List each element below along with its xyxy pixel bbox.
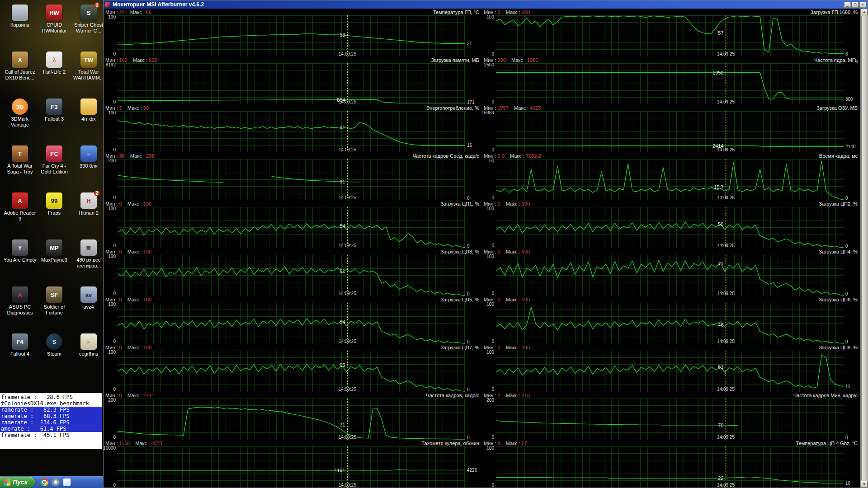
scroll-down-icon[interactable]: ▼	[861, 481, 868, 488]
max-value: 100	[522, 345, 530, 350]
desktop-icon-fallout-3[interactable]: F3Fallout 3	[37, 96, 71, 143]
desktop-icon-total-war-warhammer[interactable]: TWTotal War WARHAMM...	[71, 49, 106, 96]
scrollbar[interactable]: ▲ ▼	[860, 9, 868, 488]
console-line[interactable]: ramerate : 82.3 FPS	[0, 407, 102, 413]
desktop-icon-half-life-2[interactable]: λHalf-Life 2	[37, 49, 71, 96]
icon-label: Корзина	[10, 22, 29, 28]
gear-icon[interactable]	[52, 478, 60, 486]
graph-header: Мин : 0.0Макс : 7682.2Время кадра, мс	[482, 152, 860, 159]
min-value: 0	[119, 297, 122, 302]
you-are-empty-icon: Y	[12, 239, 28, 256]
y-axis: 81920	[104, 63, 117, 104]
graph-canvas	[495, 159, 844, 200]
graph-plot[interactable]	[495, 255, 844, 296]
desktop-icon-asus-pc-diagnostics[interactable]: AASUS PC Diagnostics	[3, 284, 37, 331]
graph-plot[interactable]	[495, 159, 844, 200]
graph-panel-2: Мин : 7Макс : 99Энергопотребление, %1000…	[104, 104, 482, 152]
current-value: 0	[467, 291, 470, 296]
desktop-icon-sniper-ghost-warrior-contracts[interactable]: S2Sniper Ghost Warrior C...	[71, 2, 106, 49]
min-label: Мин :	[484, 297, 498, 302]
axis-min-label: 0	[491, 147, 494, 152]
console-line[interactable]: ramerate : 68.3 FPS	[0, 413, 102, 419]
icon-label: A Total War Saga - Troy	[3, 163, 37, 174]
minmax-readout: Мин : 0Макс : 100	[484, 249, 530, 254]
benchmark-console-window[interactable]: framerate : 28.6 FPStColoniesDX10.exe be…	[0, 392, 103, 450]
desktop-icon-recycle-bin[interactable]: Корзина	[3, 2, 37, 49]
minimize-button[interactable]: _	[844, 2, 851, 8]
scroll-up-icon[interactable]: ▲	[861, 9, 868, 15]
graph-header: Мин : 24Макс : 66Температура ГП, °C	[104, 9, 482, 15]
close-button[interactable]: ×	[859, 2, 866, 8]
desktop-icon-cegrfhns[interactable]: ≡cegrfhns	[71, 331, 106, 378]
graph-plot[interactable]	[117, 207, 466, 248]
desktop-icon-fallout-4[interactable]: F4Fallout 4	[3, 331, 37, 378]
console-line[interactable]: tColoniesDX10.exe benchmark	[0, 400, 102, 407]
graph-plot[interactable]	[495, 111, 844, 152]
graph-canvas	[495, 351, 844, 392]
graph-plot[interactable]	[117, 399, 466, 440]
desktop-icon-call-of-juarez-dx10-bench[interactable]: XCall of Juarez DX10 Benc...	[3, 49, 37, 96]
console-line[interactable]: framerate : 45.1 FPS	[0, 432, 102, 438]
desktop[interactable]: КорзинаHWCPUID HWMonitorS2Sniper Ghost W…	[0, 0, 868, 488]
start-button[interactable]: Пуск	[0, 477, 35, 488]
console-lines: framerate : 28.6 FPStColoniesDX10.exe be…	[0, 394, 102, 438]
graph-plot[interactable]	[117, 15, 466, 56]
graph-header: Мин : 8Макс : 27Температура ЦП 4 Ghz, °C	[482, 440, 860, 446]
graph-plot[interactable]	[117, 351, 466, 392]
max-label: Макс :	[127, 105, 143, 111]
graph-canvas	[117, 111, 466, 152]
desktop-icon-soldier-of-fortune[interactable]: SFSoldier of Fortune	[37, 284, 71, 331]
desktop-icon-cpuid-hwmonitor[interactable]: HWCPUID HWMonitor	[37, 2, 71, 49]
chrome-icon[interactable]	[40, 478, 48, 486]
min-value: 0	[119, 201, 122, 206]
scrollbar-thumb[interactable]	[861, 16, 867, 480]
graph-canvas	[495, 303, 844, 344]
desktop-icon-adobe-reader-9[interactable]: AAdobe Reader 9	[3, 190, 37, 237]
graph-plot[interactable]	[495, 399, 844, 440]
graph-plot[interactable]	[117, 255, 466, 296]
desktop-icon-total-war-saga-troy[interactable]: TA Total War Saga - Troy	[3, 143, 37, 190]
graph-plot[interactable]	[495, 303, 844, 344]
console-line[interactable]: framerate : 28.6 FPS	[0, 394, 102, 400]
graph-panel-11: Мин : 300Макс : 1980Частота ядра, МГц250…	[482, 56, 860, 104]
desktop-icon-you-are-empty[interactable]: YYou Are Empty	[3, 237, 37, 284]
graph-plot[interactable]	[495, 207, 844, 248]
y-axis: 1000	[482, 351, 495, 392]
desktop-icon-far-cry-4-gold[interactable]: FCFar Cry 4 - Gold Edition	[37, 143, 71, 190]
graph-column-left: Мин : 24Макс : 66Температура ГП, °C10003…	[104, 9, 482, 488]
y-axis: 1000	[482, 207, 495, 248]
graph-plot[interactable]	[117, 446, 466, 488]
graph-plot[interactable]	[117, 303, 466, 344]
max-label: Макс :	[506, 249, 522, 254]
desktop-icon-3dmark-vantage[interactable]: 3D3DMark Vantage	[3, 96, 37, 143]
max-value: 99	[143, 105, 149, 111]
graph-plot[interactable]	[117, 63, 466, 104]
graph-body: 100012	[482, 351, 860, 392]
current-value-gutter: 0	[844, 303, 860, 344]
graph-plot[interactable]	[495, 63, 844, 104]
desktop-icon-folder-4gg-fh[interactable]: 4гг фх	[71, 96, 106, 143]
graph-plot[interactable]	[495, 446, 844, 488]
axis-max-label: 100	[108, 302, 116, 307]
maximize-button[interactable]: □	[852, 2, 859, 8]
current-value: 300	[845, 97, 853, 102]
console-line[interactable]: amerate : 61.4 FPS	[0, 426, 102, 432]
desktop-icon-480px-vse-testirov[interactable]: ≣480 px все тестиров...	[71, 237, 106, 284]
titlebar[interactable]: Мониторинг MSI Afterburner v4.6.2 _ □ ×	[104, 0, 868, 9]
calculator-icon[interactable]	[63, 478, 71, 486]
graph-plot[interactable]	[495, 351, 844, 392]
graph-panel-5: Мин : 0Макс : 100Загрузка ЦП3, %10000	[104, 248, 482, 296]
desktop-icon-avz4[interactable]: avavz4	[71, 284, 106, 331]
graph-panel-1: Мин : 162Макс : 922Загрузка памяти, МБ81…	[104, 56, 482, 104]
console-line[interactable]: ramerate : 134.6 FPS	[0, 419, 102, 426]
graph-plot[interactable]	[117, 111, 466, 152]
icon-label: Fallout 4	[10, 351, 29, 357]
graph-header: Мин : 0Макс : 100Загрузка ЦП5, %	[104, 296, 482, 303]
graph-plot[interactable]	[117, 159, 466, 200]
desktop-icon-390-blya[interactable]: ≡390 бля	[71, 143, 106, 190]
graph-plot[interactable]	[495, 15, 844, 56]
desktop-icon-hitman-2[interactable]: Н2Hitman 2	[71, 190, 106, 237]
desktop-icon-steam[interactable]: SSteam	[37, 331, 71, 378]
desktop-icon-maxpayne3[interactable]: MPMaxPayne3	[37, 237, 71, 284]
desktop-icon-fraps[interactable]: 99Fraps	[37, 190, 71, 237]
